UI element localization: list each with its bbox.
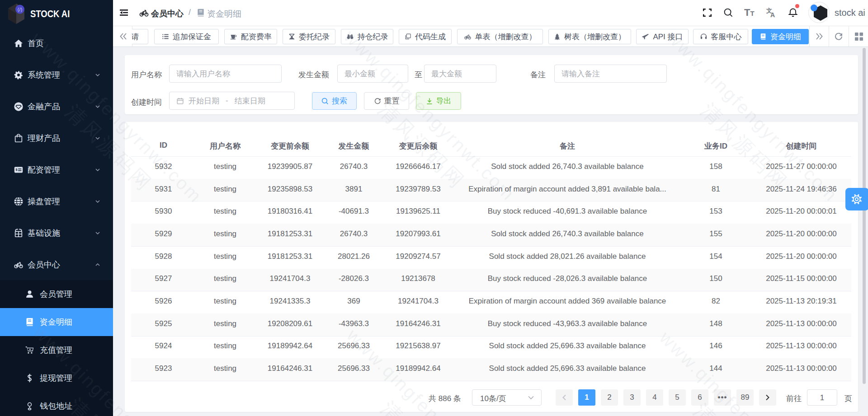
- svg-text:$: $: [15, 168, 17, 172]
- svg-text:⟨/⟩: ⟨/⟩: [17, 7, 23, 12]
- svg-text:A: A: [770, 11, 775, 18]
